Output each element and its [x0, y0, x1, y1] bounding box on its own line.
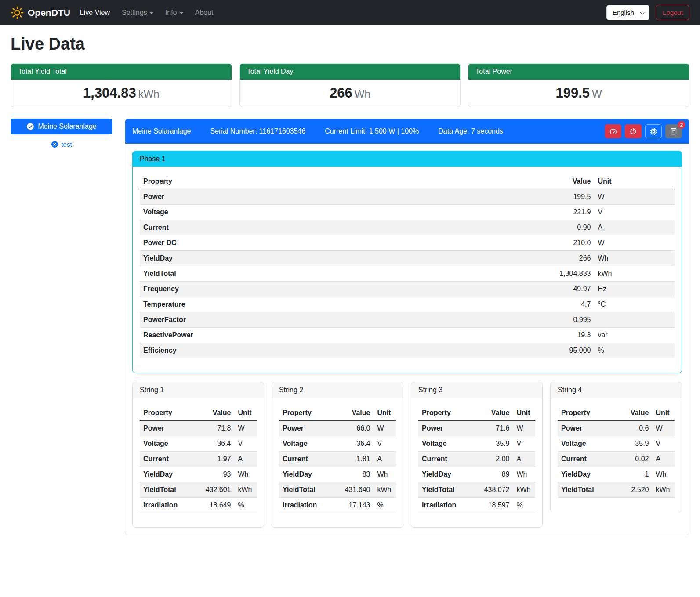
table-row: Voltage 36.4 V — [279, 436, 396, 452]
nav-about[interactable]: About — [195, 9, 214, 17]
summary-card-title: Total Yield Total — [11, 64, 232, 80]
string-table-body: Power 71.8 W Voltage 36.4 V Current 1.97… — [140, 421, 257, 513]
string-table-body: Power 66.0 W Voltage 36.4 V Current 1.81… — [279, 421, 396, 513]
nav-live-view[interactable]: Live View — [80, 9, 110, 17]
row-property: Irradiation — [140, 498, 199, 513]
row-unit: Hz — [594, 282, 675, 297]
inverter-data-age: Data Age: 7 seconds — [438, 127, 503, 135]
inverter-current-limit: Current Limit: 1,500 W | 100% — [325, 127, 419, 135]
check-circle-icon — [26, 123, 34, 130]
inverter-name: Meine Solaranlage — [132, 127, 191, 135]
string-card-3: String 3 Property Value Unit — [411, 382, 543, 528]
row-property: Voltage — [558, 436, 617, 452]
string-card-title: String 1 — [133, 382, 264, 398]
row-unit: kWh — [374, 482, 396, 498]
logout-button[interactable]: Logout — [656, 5, 689, 20]
row-unit: W — [234, 421, 257, 436]
string-table: Property Value Unit Power 71.8 W Voltage… — [140, 405, 257, 513]
row-property: Voltage — [140, 205, 412, 220]
row-property: Current — [418, 452, 478, 467]
row-value: 0.02 — [617, 452, 653, 467]
row-unit: Wh — [513, 467, 535, 482]
row-unit: A — [652, 452, 675, 467]
col-unit: Unit — [234, 405, 257, 421]
row-unit: kWh — [513, 482, 535, 498]
row-value: 0.995 — [412, 312, 595, 328]
row-value: 95.000 — [412, 343, 595, 358]
row-unit: Wh — [652, 467, 675, 482]
row-unit: A — [374, 452, 396, 467]
table-row: Voltage 221.9 V — [140, 205, 675, 220]
row-unit: V — [513, 436, 535, 452]
row-unit: V — [652, 436, 675, 452]
row-property: Voltage — [279, 436, 339, 452]
row-value: 49.97 — [412, 282, 595, 297]
string-card-2: String 2 Property Value Unit — [272, 382, 403, 528]
summary-card-body: 1,304.83kWh — [11, 80, 232, 107]
summary-unit: kWh — [138, 88, 160, 100]
summary-unit: Wh — [355, 88, 370, 100]
row-value: 19.3 — [412, 328, 595, 343]
limit-settings-button[interactable] — [605, 124, 621, 138]
chevron-down-icon — [180, 12, 183, 14]
chevron-down-icon — [640, 11, 645, 15]
row-property: Irradiation — [418, 498, 478, 513]
table-row: YieldTotal 431.640 kWh — [279, 482, 396, 498]
row-property: Temperature — [140, 297, 412, 312]
summary-unit: W — [592, 88, 602, 100]
table-row: Power 0.6 W — [558, 421, 675, 436]
col-value: Value — [478, 405, 513, 421]
row-property: Voltage — [418, 436, 478, 452]
table-row: Current 0.02 A — [558, 452, 675, 467]
inverter-select-button[interactable]: Meine Solaranlage — [11, 119, 112, 134]
row-property: PowerFactor — [140, 312, 412, 328]
device-info-button[interactable] — [645, 124, 662, 138]
row-value: 35.9 — [617, 436, 653, 452]
table-row: Power 199.5 W — [140, 189, 675, 205]
table-row: Power 66.0 W — [279, 421, 396, 436]
inverter-card: Meine Solaranlage Serial Number: 1161716… — [125, 119, 689, 535]
nav-info[interactable]: Info — [165, 9, 183, 17]
row-unit: Wh — [234, 467, 257, 482]
row-value: 210.0 — [412, 235, 595, 251]
row-unit: W — [594, 235, 675, 251]
row-value: 83 — [339, 467, 374, 482]
row-value: 1 — [617, 467, 653, 482]
row-property: Frequency — [140, 282, 412, 297]
row-unit: kWh — [594, 266, 675, 282]
table-row: Current 1.97 A — [140, 452, 257, 467]
col-value: Value — [339, 405, 374, 421]
nav-settings[interactable]: Settings — [122, 9, 153, 17]
table-header-row: Property Value Unit — [279, 405, 396, 421]
row-unit: V — [594, 205, 675, 220]
row-value: 0.6 — [617, 421, 653, 436]
inverter-actions: 2 — [605, 124, 682, 138]
string-card-body: Property Value Unit Power 0.6 W Voltage … — [551, 398, 682, 512]
table-row: YieldDay 1 Wh — [558, 467, 675, 482]
col-unit: Unit — [594, 174, 675, 189]
string-table: Property Value Unit Power 66.0 W Voltage… — [279, 405, 396, 513]
string-card-body: Property Value Unit Power 71.8 W Voltage… — [133, 398, 264, 527]
table-row: Voltage 36.4 V — [140, 436, 257, 452]
language-select-value: English — [613, 9, 634, 16]
brand[interactable]: OpenDTU — [11, 6, 70, 19]
col-property: Property — [140, 174, 412, 189]
row-unit: % — [234, 498, 257, 513]
inverter-list: Meine Solaranlage test — [11, 119, 112, 148]
inverter-card-body: Phase 1 Property Value Unit Power — [125, 144, 689, 535]
row-property: YieldTotal — [140, 266, 412, 282]
table-row: YieldTotal 432.601 kWh — [140, 482, 257, 498]
inverter-item-test[interactable]: test — [11, 141, 112, 148]
row-unit: % — [594, 343, 675, 358]
table-row: Temperature 4.7 °C — [140, 297, 675, 312]
event-log-button[interactable]: 2 — [665, 124, 682, 138]
nav-links: Live View Settings Info About — [80, 9, 214, 17]
table-row: YieldDay 93 Wh — [140, 467, 257, 482]
row-unit — [594, 312, 675, 328]
language-select[interactable]: English — [606, 5, 649, 20]
row-value: 432.601 — [199, 482, 235, 498]
row-value: 71.6 — [478, 421, 513, 436]
page-content: Live Data Total Yield Total 1,304.83kWh … — [0, 25, 700, 553]
table-row: Efficiency 95.000 % — [140, 343, 675, 358]
power-toggle-button[interactable] — [625, 124, 642, 138]
